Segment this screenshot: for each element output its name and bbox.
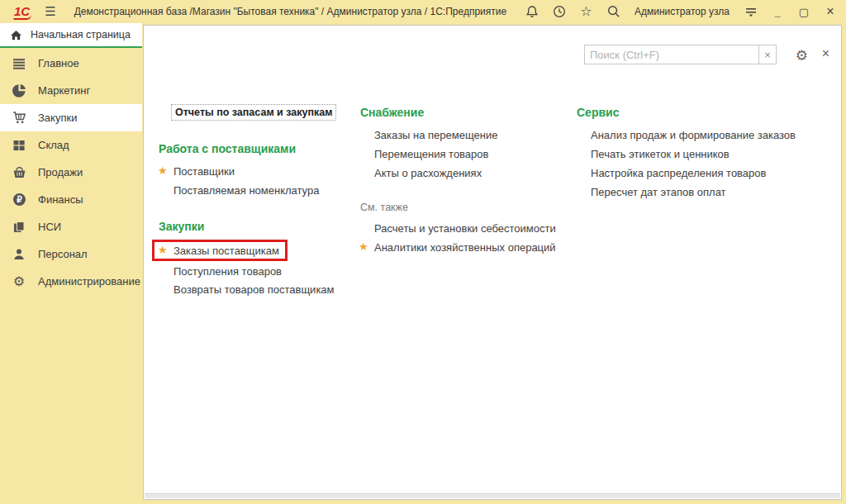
favorite-star-icon: ★ <box>158 245 169 256</box>
sidebar-item-label: Маркетинг <box>38 84 90 97</box>
sidebar-item-label: Продажи <box>38 166 83 178</box>
link-goods-distribution-setup[interactable]: Настройка распределения товаров <box>591 164 766 181</box>
close-window-button[interactable]: × <box>823 4 838 19</box>
books-icon <box>12 220 26 235</box>
link-cost-calculations[interactable]: Расчеты и установки себестоимости <box>374 220 556 236</box>
warehouse-grid-icon <box>12 138 26 153</box>
pie-chart-icon <box>12 83 26 98</box>
menu-lines-icon <box>12 56 26 71</box>
current-user-menu[interactable]: Администратор узла <box>634 6 730 17</box>
sidebar-item-administration[interactable]: ⚙ Администрирование <box>0 268 142 295</box>
favorites-star-icon[interactable]: ☆ <box>578 4 594 20</box>
sidebar-item-label: НСИ <box>38 221 61 233</box>
search-group: × <box>584 45 777 64</box>
sidebar-item-label: Склад <box>38 139 69 151</box>
notifications-bell-icon[interactable] <box>524 4 539 20</box>
ruble-circle-icon: ₽ <box>12 193 26 207</box>
home-icon <box>10 29 22 41</box>
service-menu-icon[interactable] <box>743 4 758 20</box>
main-menu-icon[interactable]: ☰ <box>45 4 55 19</box>
link-discrepancy-acts[interactable]: Акты о расхождениях <box>374 164 482 181</box>
link-returns-to-suppliers[interactable]: Возвраты товаров поставщикам <box>173 281 335 297</box>
sidebar-item-marketing[interactable]: Маркетинг <box>0 77 142 104</box>
sidebar-item-sales[interactable]: Продажи <box>0 159 142 186</box>
section-header-suppliers-work: Работа с поставщиками <box>159 140 296 157</box>
link-business-operation-analytics[interactable]: ★ Аналитики хозяйственных операций <box>359 239 556 255</box>
sidebar-item-label: Персонал <box>38 248 88 260</box>
tab-home-label: Начальная страница <box>31 29 131 40</box>
see-also-header: См. также <box>360 199 408 216</box>
reports-stock-purchases-button[interactable]: Отчеты по запасам и закупкам <box>171 104 336 121</box>
sidebar-item-label: Закупки <box>38 112 77 124</box>
sidebar-item-label: Главное <box>38 57 79 69</box>
sidebar: Главное Маркетинг Закупки <box>0 50 142 504</box>
maximize-button[interactable]: ▢ <box>796 6 811 18</box>
link-label-price-tag-printing[interactable]: Печать этикеток и ценников <box>591 145 730 162</box>
window-title: Демонстрационная база /Магазин "Бытовая … <box>74 6 507 17</box>
history-icon[interactable] <box>551 4 567 20</box>
link-transfer-orders[interactable]: Заказы на перемещение <box>374 126 497 143</box>
1c-logo: 1С <box>13 4 31 20</box>
sidebar-item-label: Администрирование <box>38 275 140 288</box>
app-window: 1С ☰ Демонстрационная база /Магазин "Быт… <box>0 0 846 504</box>
panel-close-icon[interactable]: × <box>822 46 829 61</box>
favorite-star-icon: ★ <box>359 241 370 253</box>
link-goods-transfers[interactable]: Перемещения товаров <box>374 145 488 162</box>
link-goods-receipts[interactable]: Поступления товаров <box>173 263 282 279</box>
sidebar-item-personnel[interactable]: Персонал <box>0 240 142 268</box>
search-input[interactable] <box>584 45 759 64</box>
gear-icon: ⚙ <box>12 274 26 289</box>
link-supplied-nomenclature[interactable]: Поставляемая номенклатура <box>173 182 319 198</box>
titlebar: 1С ☰ Демонстрационная база /Магазин "Быт… <box>0 0 846 23</box>
sidebar-item-label: Финансы <box>38 193 83 206</box>
section-header-purchases: Закупки <box>159 218 204 235</box>
person-icon <box>12 247 26 262</box>
basket-icon <box>12 165 26 180</box>
sidebar-item-purchases[interactable]: Закупки <box>0 104 142 131</box>
search-icon[interactable] <box>606 4 621 20</box>
search-clear-icon[interactable]: × <box>759 45 777 64</box>
horizontal-scrollbar[interactable] <box>145 493 840 498</box>
svg-text:₽: ₽ <box>17 195 22 204</box>
sidebar-item-finance[interactable]: ₽ Финансы <box>0 186 142 213</box>
main-panel: × ⚙ × Отчеты по запасам и закупкам Работ… <box>143 25 842 500</box>
link-suppliers[interactable]: ★ Поставщики <box>158 163 235 179</box>
settings-gear-icon[interactable]: ⚙ <box>796 47 808 64</box>
sidebar-item-warehouse[interactable]: Склад <box>0 131 142 159</box>
favorite-star-icon: ★ <box>158 165 169 177</box>
sidebar-item-main[interactable]: Главное <box>0 50 142 77</box>
minimize-button[interactable]: _ <box>770 6 785 18</box>
section-header-supply: Снабжение <box>360 104 424 121</box>
section-header-service: Сервис <box>577 104 619 121</box>
link-payment-stage-date-recalc[interactable]: Пересчет дат этапов оплат <box>591 183 726 200</box>
sidebar-item-master-data[interactable]: НСИ <box>0 213 142 240</box>
link-sales-analysis-order-forming[interactable]: Анализ продаж и формирование заказов <box>591 126 796 143</box>
tab-home-page[interactable]: Начальная страница <box>0 23 142 48</box>
cart-icon <box>12 111 26 126</box>
link-supplier-orders[interactable]: ★ Заказы поставщикам <box>158 242 279 259</box>
